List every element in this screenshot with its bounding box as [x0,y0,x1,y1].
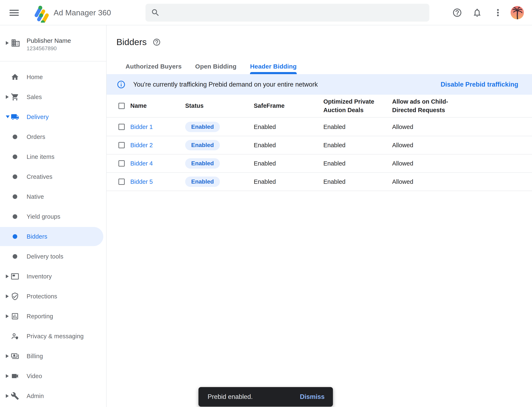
bidder-link[interactable]: Bidder 5 [130,178,153,185]
select-all-checkbox[interactable] [119,103,125,109]
safeframe-cell: Enabled [254,173,276,191]
sidebar-item-home[interactable]: Home [0,67,106,87]
optimized-private-auction-deals-cell: Enabled [323,173,377,191]
video-camera-icon [11,372,19,380]
sidebar-item-label: Delivery [27,114,49,120]
status-badge: Enabled [185,177,220,187]
truck-icon [11,113,19,121]
notifications-bell-icon[interactable] [472,8,482,18]
sidebar-item-native[interactable]: Native [0,187,106,207]
bidder-link[interactable]: Bidder 4 [130,160,153,167]
chevron-down-icon [6,116,9,118]
app-header: Ad Manager 360 [0,0,532,25]
column-header-safeframe: SafeFrame [254,95,284,117]
search-input[interactable] [160,4,429,22]
sidebar-item-reporting[interactable]: Reporting [0,306,106,326]
page-help-icon[interactable] [153,38,161,46]
tab-label: Authorized Buyers [126,63,182,70]
column-header-child-directed: Allow ads on Child-Directed Requests [392,95,450,117]
bar-chart-icon [11,312,19,321]
sidebar-item-label: Billing [27,353,43,360]
bullet-icon [13,214,17,219]
sidebar-item-line-items[interactable]: Line items [0,147,106,167]
hamburger-menu-icon[interactable] [9,8,20,17]
publisher-switcher[interactable]: Publisher Name 1234567890 [0,25,106,61]
home-icon [11,73,19,81]
optimized-private-auction-deals-cell: Enabled [323,118,377,136]
disable-prebid-trafficking-link[interactable]: Disable Prebid trafficking [441,81,518,88]
person-shield-icon [11,332,19,340]
sidebar-item-orders[interactable]: Orders [0,127,106,147]
sidebar-item-label: Orders [27,133,45,140]
tab-label: Header Bidding [250,63,297,70]
tab-label: Open Bidding [195,63,236,70]
sidebar: Publisher Name 1234567890 HomeSalesDeliv… [0,25,107,407]
chevron-right-icon [6,95,9,99]
sidebar-item-bidders[interactable]: Bidders [0,227,106,246]
sidebar-item-label: Privacy & messaging [27,333,84,340]
chevron-right-icon [6,314,9,318]
sidebar-item-billing[interactable]: Billing [0,346,106,366]
sidebar-item-protections[interactable]: Protections [0,286,106,306]
tab-bar: Authorized BuyersOpen BiddingHeader Bidd… [126,59,297,74]
row-checkbox[interactable] [119,124,125,130]
cart-icon [11,93,19,101]
sidebar-item-creatives[interactable]: Creatives [0,167,106,187]
sidebar-item-label: Sales [27,94,42,101]
info-banner: You're currently trafficking Prebid dema… [107,74,532,95]
chevron-right-icon [6,354,9,358]
user-avatar[interactable] [511,6,524,19]
column-header-status: Status [185,95,204,117]
table-row: Bidder 1EnabledEnabledEnabledAllowed [107,118,532,136]
sidebar-item-admin[interactable]: Admin [0,386,106,406]
row-checkbox[interactable] [119,179,125,185]
sidebar-item-label: Yield groups [27,213,60,220]
publisher-id: 1234567890 [27,45,57,52]
sidebar-item-delivery-tools[interactable]: Delivery tools [0,246,106,266]
sidebar-item-privacy-messaging[interactable]: Privacy & messaging [0,326,106,346]
table-row: Bidder 4EnabledEnabledEnabledAllowed [107,155,532,173]
row-checkbox[interactable] [119,142,125,148]
publisher-name: Publisher Name [27,37,71,44]
row-checkbox[interactable] [119,160,125,166]
sidebar-item-label: Native [27,193,44,200]
snackbar: Prebid enabled. Dismiss [198,387,333,407]
sidebar-item-label: Admin [27,393,44,399]
bidder-link[interactable]: Bidder 1 [130,124,153,130]
safeframe-cell: Enabled [254,155,276,172]
sidebar-nav: HomeSalesDeliveryOrdersLine itemsCreativ… [0,62,106,406]
more-options-kebab-icon[interactable] [493,8,503,18]
child-directed-cell: Allowed [392,136,450,154]
bullet-icon [13,254,17,259]
optimized-private-auction-deals-cell: Enabled [323,155,377,172]
tab-header-bidding[interactable]: Header Bidding [250,59,297,74]
building-icon [11,38,20,48]
global-search [145,4,429,22]
help-icon[interactable] [452,8,462,18]
tab-open-bidding[interactable]: Open Bidding [195,59,236,74]
sidebar-item-inventory[interactable]: Inventory [0,266,106,286]
child-directed-cell: Allowed [392,118,450,136]
sidebar-item-label: Video [27,373,42,380]
table-body: Bidder 1EnabledEnabledEnabledAllowedBidd… [107,118,532,191]
status-badge: Enabled [185,140,220,150]
bullet-icon [13,155,17,159]
status-badge: Enabled [185,122,220,132]
sidebar-item-video[interactable]: Video [0,366,106,386]
child-directed-cell: Allowed [392,155,450,172]
sidebar-item-sales[interactable]: Sales [0,87,106,107]
sidebar-item-label: Creatives [27,173,52,180]
column-header-optimized-private-auction-deals: Optimized Private Auction Deals [323,95,377,117]
sidebar-item-yield-groups[interactable]: Yield groups [0,207,106,227]
sidebar-item-label: Bidders [27,233,47,240]
column-header-name: Name [130,95,147,117]
chevron-right-icon [6,294,9,298]
sidebar-item-label: Home [27,74,43,81]
chevron-right-icon [6,374,9,378]
wrench-icon [11,392,19,400]
tab-authorized-buyers[interactable]: Authorized Buyers [126,59,182,74]
snackbar-dismiss-button[interactable]: Dismiss [300,393,325,400]
sidebar-item-delivery[interactable]: Delivery [0,107,106,127]
chevron-right-icon [6,394,9,398]
bidder-link[interactable]: Bidder 2 [130,142,153,149]
